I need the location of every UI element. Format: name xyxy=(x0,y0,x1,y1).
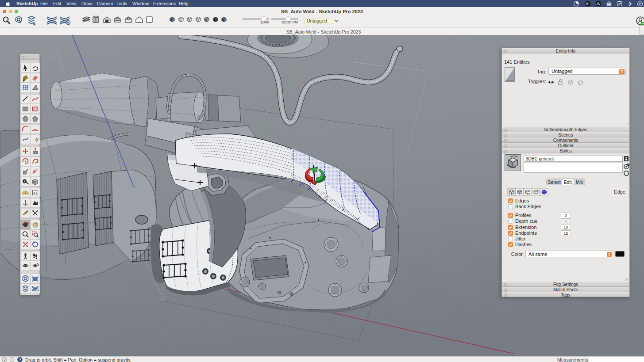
svg-text:?: ? xyxy=(19,358,21,362)
svg-text:11/08: 11/08 xyxy=(260,20,270,24)
svg-text:Untagged: Untagged xyxy=(307,18,327,23)
svg-text:A1: A1 xyxy=(33,191,37,194)
svg-text:01:30 PM: 01:30 PM xyxy=(282,20,298,24)
